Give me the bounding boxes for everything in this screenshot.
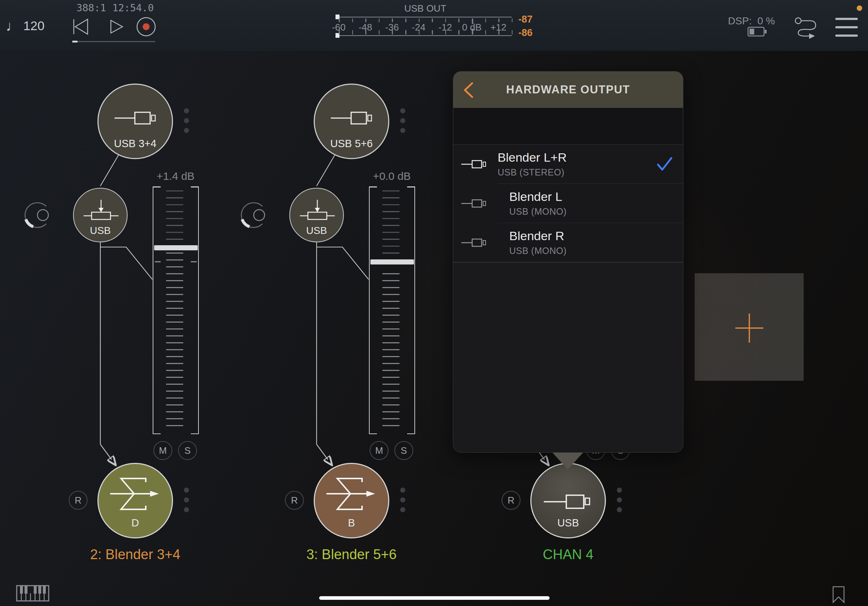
- input-node[interactable]: USB 3+4: [98, 83, 173, 159]
- fader-tick: [166, 190, 183, 192]
- bookmark-icon[interactable]: [832, 586, 845, 603]
- fader-tick: [166, 404, 183, 405]
- fader-tick: [166, 273, 183, 274]
- position-time[interactable]: 12:54.0: [112, 2, 154, 14]
- fader-tick: [382, 335, 400, 336]
- plus-icon: [694, 273, 804, 381]
- rewind-button[interactable]: [74, 19, 88, 34]
- divider: [453, 262, 683, 263]
- menu-button[interactable]: [835, 18, 858, 38]
- fader-tick: [166, 211, 183, 212]
- usb-plug-icon: [461, 157, 487, 172]
- popup-empty-section: [453, 108, 683, 145]
- unity-mark: [155, 261, 161, 262]
- peak-readout-left[interactable]: -87: [518, 14, 544, 25]
- fader-tick: [382, 363, 400, 364]
- home-indicator[interactable]: [319, 596, 550, 600]
- pan-knob[interactable]: [236, 197, 272, 233]
- node-menu-dots[interactable]: [184, 488, 189, 517]
- channel-name[interactable]: CHAN 4: [459, 547, 677, 563]
- fader-tick: [382, 239, 400, 240]
- output-options-list: Blender L+R USB (STEREO) Blender L USB (…: [453, 145, 683, 262]
- position-bars[interactable]: 388:1: [74, 2, 108, 14]
- fader-tick: [166, 322, 183, 323]
- usb-io-node[interactable]: USB: [289, 188, 344, 242]
- volume-fader[interactable]: [153, 186, 199, 434]
- fader-tick: [166, 377, 183, 378]
- solo-button[interactable]: S: [178, 441, 197, 460]
- usb-plug-icon: [331, 107, 374, 129]
- routing-icon[interactable]: [792, 14, 822, 41]
- fader-tick: [166, 349, 183, 350]
- channel-name[interactable]: 3: Blender 5+6: [242, 547, 460, 563]
- fader-tick: [166, 204, 183, 205]
- fader-tick: [166, 342, 183, 343]
- fader-tick: [382, 328, 400, 329]
- channel-name[interactable]: 2: Blender 3+4: [26, 547, 244, 563]
- solo-button[interactable]: S: [394, 441, 413, 460]
- transport-toolbar: ♩ 120 388:1 12:54.0 USB OUT: [0, 0, 868, 51]
- output-node[interactable]: B: [314, 463, 389, 538]
- output-option-row[interactable]: Blender L USB (MONO): [453, 184, 683, 223]
- fader-tick: [166, 308, 183, 309]
- fader-tick: [382, 342, 400, 343]
- meter-title: USB OUT: [335, 3, 516, 14]
- fader-tick: [382, 425, 400, 426]
- fader-tick: [382, 273, 400, 274]
- node-menu-dots[interactable]: [400, 488, 405, 517]
- volume-fader[interactable]: [369, 186, 415, 434]
- fader-tick: [382, 287, 400, 288]
- fader-tick: [166, 266, 183, 267]
- usb-out-meter[interactable]: USB OUT -60-48-36-24-120 dB+12 -87 -86: [335, 3, 545, 45]
- fader-tick: [382, 246, 400, 247]
- gain-attenuator-icon: [84, 200, 118, 226]
- fader-tick: [382, 377, 400, 378]
- input-node[interactable]: USB 5+6: [314, 83, 389, 159]
- output-node[interactable]: USB: [530, 463, 606, 538]
- fader-frame: [407, 186, 414, 187]
- keyboard-icon[interactable]: [16, 585, 50, 601]
- usb-io-node[interactable]: USB: [73, 188, 127, 242]
- fader-tick: [382, 301, 400, 302]
- output-node[interactable]: D: [98, 463, 173, 538]
- popup-title: HARDWARE OUTPUT: [453, 71, 683, 108]
- fader-tick: [166, 363, 183, 364]
- node-menu-dots[interactable]: [400, 108, 405, 138]
- back-button[interactable]: [462, 82, 476, 99]
- rec-arm-button[interactable]: R: [69, 491, 88, 510]
- option-title: Blender R: [509, 229, 564, 243]
- transport-controls: [69, 16, 156, 38]
- fader-tick: [166, 425, 183, 426]
- usb-plug-icon: [544, 491, 595, 513]
- fader-tick: [382, 204, 400, 205]
- fader-tick: [382, 315, 400, 316]
- fader-tick: [382, 322, 400, 323]
- play-button[interactable]: [111, 20, 122, 33]
- node-menu-dots[interactable]: [184, 108, 189, 138]
- usb-plug-icon: [115, 107, 158, 129]
- rec-arm-button[interactable]: R: [502, 491, 521, 510]
- record-button[interactable]: [137, 18, 155, 36]
- output-option-row[interactable]: Blender R USB (MONO): [453, 223, 683, 262]
- fader-tick: [382, 391, 400, 392]
- add-node-panel[interactable]: [694, 273, 804, 381]
- mute-button[interactable]: M: [153, 441, 172, 460]
- hardware-output-popup: HARDWARE OUTPUT Blender L+R USB (STEREO)…: [453, 71, 684, 453]
- io-node-label: USB: [74, 225, 127, 237]
- peak-readout-right[interactable]: -86: [518, 27, 544, 39]
- fader-tick: [166, 197, 183, 198]
- node-menu-dots[interactable]: [617, 488, 622, 517]
- fader-tick: [166, 232, 183, 233]
- fader-tick: [382, 418, 400, 419]
- fader-handle[interactable]: [154, 245, 198, 250]
- mute-button[interactable]: M: [370, 441, 389, 460]
- fader-tick: [166, 418, 183, 419]
- rec-arm-button[interactable]: R: [285, 491, 304, 510]
- input-node-label: USB 3+4: [99, 138, 172, 150]
- fader-handle[interactable]: [370, 260, 414, 264]
- io-node-label: USB: [290, 225, 343, 237]
- tempo-display[interactable]: ♩ 120: [6, 17, 44, 35]
- pan-knob[interactable]: [19, 197, 56, 233]
- output-option-row[interactable]: Blender L+R USB (STEREO): [453, 145, 683, 184]
- sum-arrow-icon: [106, 475, 164, 518]
